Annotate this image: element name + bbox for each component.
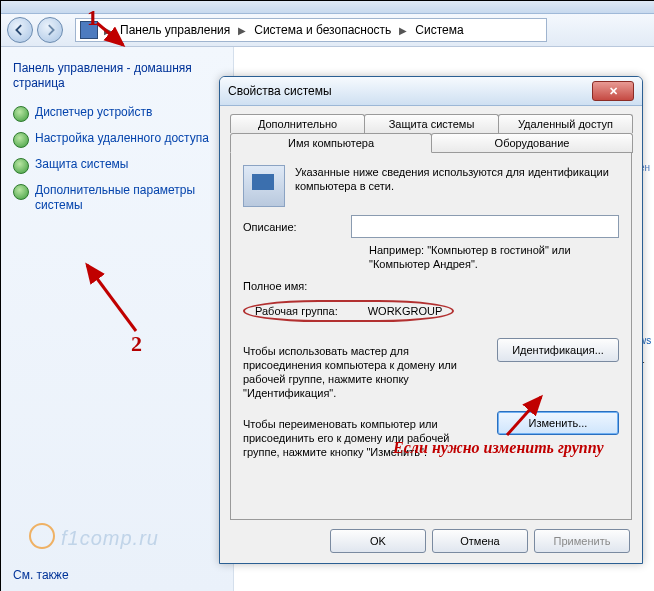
address-bar[interactable]: ▶ Панель управления ▶ Система и безопасн… <box>75 18 547 42</box>
system-properties-dialog: Свойства системы ✕ Дополнительно Защита … <box>219 76 643 564</box>
example-text: Например: "Компьютер в гостиной" или "Ко… <box>369 244 619 272</box>
nav-forward-button[interactable] <box>37 17 63 43</box>
info-text: Указанные ниже сведения используются для… <box>295 165 619 194</box>
tab-remote[interactable]: Удаленный доступ <box>498 114 633 133</box>
fullname-label: Полное имя: <box>243 280 351 292</box>
breadcrumb-seg-1[interactable]: Панель управления <box>114 19 236 41</box>
computer-icon <box>243 165 285 207</box>
close-button[interactable]: ✕ <box>592 81 634 101</box>
identify-button[interactable]: Идентификация... <box>497 338 619 362</box>
change-button[interactable]: Изменить... <box>497 411 619 435</box>
annotation-number-1: 1 <box>87 5 98 31</box>
tab-hardware[interactable]: Оборудование <box>431 133 633 153</box>
sidebar-item-advanced[interactable]: Дополнительные параметры системы <box>13 183 221 213</box>
tab-advanced[interactable]: Дополнительно <box>230 114 365 133</box>
identify-help-text: Чтобы использовать мастер для присоедине… <box>243 344 489 401</box>
bullet-icon <box>13 106 29 122</box>
sidebar-item-device-manager[interactable]: Диспетчер устройств <box>13 105 221 121</box>
chevron-right-icon: ▶ <box>102 25 114 36</box>
tab-protection[interactable]: Защита системы <box>364 114 499 133</box>
cancel-button[interactable]: Отмена <box>432 529 528 553</box>
nav-toolbar: ▶ Панель управления ▶ Система и безопасн… <box>1 14 654 47</box>
bullet-icon <box>13 158 29 174</box>
nav-back-button[interactable] <box>7 17 33 43</box>
dialog-button-bar: OK Отмена Применить <box>330 529 630 553</box>
sidebar-item-label: Защита системы <box>35 157 128 172</box>
workgroup-label: Рабочая группа: <box>255 305 338 317</box>
annotation-number-2: 2 <box>131 331 142 357</box>
workgroup-value: WORKGROUP <box>368 305 443 317</box>
sidebar-item-label: Настройка удаленного доступа <box>35 131 209 146</box>
bullet-icon <box>13 184 29 200</box>
apply-button[interactable]: Применить <box>534 529 630 553</box>
sidebar-header[interactable]: Панель управления - домашняя страница <box>13 61 221 91</box>
tab-computer-name[interactable]: Имя компьютера <box>230 133 432 153</box>
dialog-title: Свойства системы <box>228 84 592 98</box>
tab-row-2: Имя компьютера Оборудование <box>230 133 632 153</box>
sidebar: Панель управления - домашняя страница Ди… <box>1 47 234 591</box>
sidebar-item-label: Дополнительные параметры системы <box>35 183 221 213</box>
see-also-label: См. также <box>13 568 69 582</box>
tab-panel-computer-name: Указанные ниже сведения используются для… <box>230 152 632 520</box>
chevron-right-icon: ▶ <box>236 25 248 36</box>
description-input[interactable] <box>351 215 619 238</box>
description-label: Описание: <box>243 221 351 233</box>
breadcrumb-seg-3[interactable]: Система <box>409 19 469 41</box>
sidebar-item-protection[interactable]: Защита системы <box>13 157 221 173</box>
tab-row-1: Дополнительно Защита системы Удаленный д… <box>230 114 632 133</box>
dialog-titlebar[interactable]: Свойства системы ✕ <box>220 77 642 106</box>
ok-button[interactable]: OK <box>330 529 426 553</box>
watermark: f1comp.ru <box>29 519 159 550</box>
sidebar-item-remote[interactable]: Настройка удаленного доступа <box>13 131 221 147</box>
sidebar-item-label: Диспетчер устройств <box>35 105 152 120</box>
watermark-icon <box>29 523 55 549</box>
window-titlebar <box>1 1 654 14</box>
annotation-text: Если нужно изменить группу <box>393 439 604 457</box>
bullet-icon <box>13 132 29 148</box>
breadcrumb-seg-2[interactable]: Система и безопасность <box>248 19 397 41</box>
workgroup-row: Рабочая группа: WORKGROUP <box>243 300 454 322</box>
chevron-right-icon: ▶ <box>397 25 409 36</box>
